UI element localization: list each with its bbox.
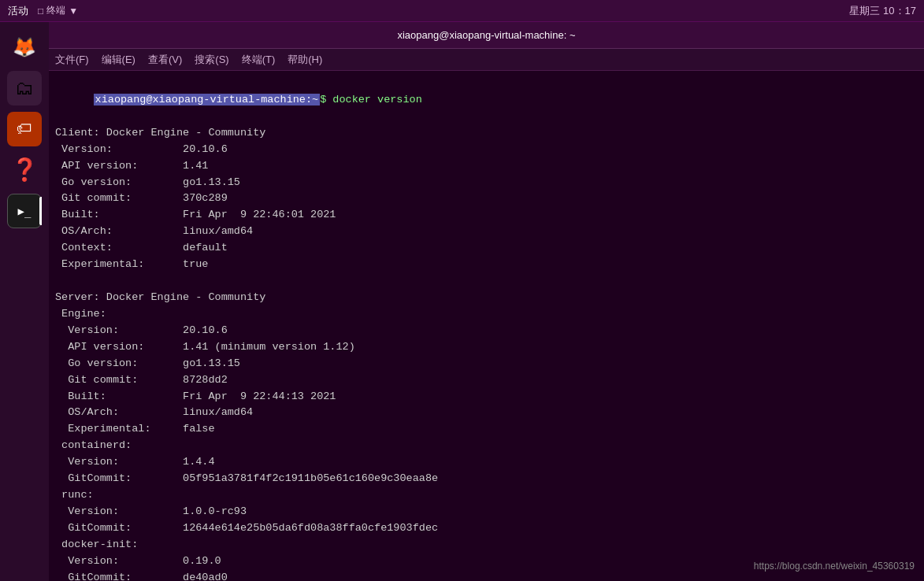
system-datetime: 星期三 10：17	[849, 4, 916, 18]
sidebar-active-indicator	[39, 197, 42, 225]
output-line-24: GitCommit: 12644e614e25b05da6fd08a38ffa0…	[55, 520, 918, 537]
command-line: xiaopang@xiaopang-virtual-machine:~$ doc…	[55, 76, 918, 125]
output-line-20: Version: 1.4.4	[55, 454, 918, 471]
output-line-4: Git commit: 370c289	[55, 191, 918, 207]
sidebar: 🦊 🗂 🏷 ❓ ▶_	[0, 22, 49, 581]
terminal-taskbar-item[interactable]: □ 终端 ▼	[38, 4, 78, 17]
terminal-titlebar: xiaopang@xiaopang-virtual-machine: ~	[49, 22, 924, 49]
output-line-17: OS/Arch: linux/amd64	[55, 405, 918, 421]
output-line-16: Built: Fri Apr 9 22:44:13 2021	[55, 389, 918, 405]
terminal-content[interactable]: xiaopang@xiaopang-virtual-machine:~$ doc…	[49, 71, 924, 581]
firefox-icon: 🦊	[13, 36, 36, 59]
watermark: https://blog.csdn.net/weixin_45360319	[754, 561, 915, 572]
sidebar-item-terminal-wrapper: ▶_	[7, 194, 42, 228]
output-line-15: Git commit: 8728dd2	[55, 372, 918, 389]
output-line-7: Context: default	[55, 240, 918, 257]
output-line-12: Version: 20.10.6	[55, 323, 918, 339]
terminal-taskbar-icon: □	[38, 6, 43, 17]
menu-item-terminal[interactable]: 终端(T)	[242, 53, 276, 67]
files-icon: 🗂	[15, 77, 34, 100]
activities-button[interactable]: 活动	[8, 4, 28, 18]
sidebar-item-firefox[interactable]: 🦊	[7, 30, 42, 65]
menu-item-view[interactable]: 查看(V)	[148, 53, 182, 67]
prompt-highlight: xiaopang@xiaopang-virtual-machine:~	[94, 94, 321, 105]
sidebar-item-files[interactable]: 🗂	[7, 71, 42, 105]
output-line-0: Client: Docker Engine - Community	[55, 125, 918, 142]
output-line-23: Version: 1.0.0-rc93	[55, 504, 918, 520]
terminal-taskbar-dropdown[interactable]: ▼	[69, 6, 78, 17]
output-line-2: API version: 1.41	[55, 158, 918, 175]
output-line-5: Built: Fri Apr 9 22:46:01 2021	[55, 207, 918, 224]
terminal-window: xiaopang@xiaopang-virtual-machine: ~ 文件(…	[49, 22, 924, 581]
terminal-title: xiaopang@xiaopang-virtual-machine: ~	[397, 29, 575, 41]
menu-item-file[interactable]: 文件(F)	[55, 53, 89, 67]
output-line-25: docker-init:	[55, 537, 918, 553]
output-line-11: Engine:	[55, 306, 918, 323]
menu-item-edit[interactable]: 编辑(E)	[102, 53, 135, 67]
terminal-sidebar-icon: ▶_	[18, 205, 32, 217]
output-line-19: containerd:	[55, 438, 918, 454]
prompt-dollar: $ docker version	[320, 94, 422, 105]
output-line-3: Go version: go1.13.15	[55, 175, 918, 191]
terminal-taskbar-label: 终端	[46, 4, 65, 17]
output-line-6: OS/Arch: linux/amd64	[55, 224, 918, 240]
output-line-10: Server: Docker Engine - Community	[55, 290, 918, 306]
output-line-22: runc:	[55, 487, 918, 504]
sidebar-item-help[interactable]: ❓	[7, 153, 42, 187]
menu-item-help[interactable]: 帮助(H)	[288, 53, 322, 67]
output-line-14: Go version: go1.13.15	[55, 356, 918, 372]
system-bar: 活动 □ 终端 ▼ 星期三 10：17	[0, 0, 924, 22]
output-line-8: Experimental: true	[55, 257, 918, 273]
terminal-menubar: 文件(F) 编辑(E) 查看(V) 搜索(S) 终端(T) 帮助(H)	[49, 49, 924, 71]
software-icon: 🏷	[17, 120, 32, 139]
sidebar-item-software[interactable]: 🏷	[7, 112, 42, 146]
menu-item-search[interactable]: 搜索(S)	[195, 53, 228, 67]
sidebar-item-terminal[interactable]: ▶_	[7, 194, 42, 228]
output-line-13: API version: 1.41 (minimum version 1.12)	[55, 339, 918, 356]
output-line-1: Version: 20.10.6	[55, 142, 918, 158]
help-icon: ❓	[11, 157, 39, 183]
system-bar-left: 活动 □ 终端 ▼	[8, 4, 78, 18]
output-line-9	[55, 273, 918, 290]
output-line-18: Experimental: false	[55, 421, 918, 438]
output-line-21: GitCommit: 05f951a3781f4f2c1911b05e61c16…	[55, 471, 918, 487]
